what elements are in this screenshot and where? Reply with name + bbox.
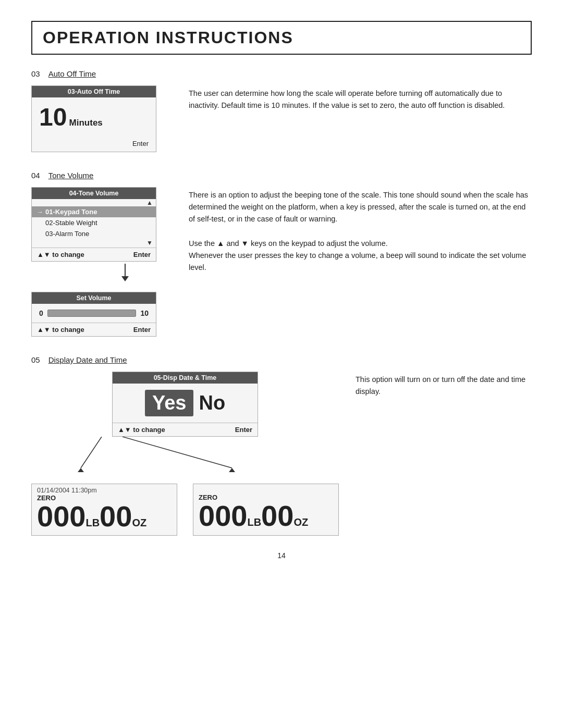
svg-marker-1 (78, 468, 84, 472)
disp-header: 05-Disp Date & Time (113, 372, 258, 384)
scale-yes-lb: LB (85, 517, 100, 528)
menu-arrow-keypad: → (37, 208, 45, 216)
section05-description: This option will turn on or turn off the… (356, 372, 532, 536)
disp-footer: ▲▼ to change Enter (113, 423, 258, 436)
section05-row: 05-Disp Date & Time Yes No ▲▼ to change … (31, 372, 532, 536)
lcd-auto-off-body: 10 Minutes (32, 97, 156, 137)
section05-label: Display Date and Time (48, 355, 127, 364)
section03-num: 03 (31, 69, 40, 78)
section03-label: Auto Off Time (48, 69, 96, 78)
menu-label-alarm: 03-Alarm Tone (45, 230, 89, 238)
disp-updown-label: ▲▼ to change (118, 426, 165, 434)
scale-no-value2: 00 (261, 501, 293, 530)
menu-item-stable-weight: 02-Stable Weight (32, 217, 156, 228)
disp-yes: Yes (145, 390, 194, 416)
section04-vol-description: Use the ▲ and ▼ keys on the keypad to ad… (189, 238, 532, 274)
scale-yes-datetime: 01/14/2004 11:30pm (32, 484, 177, 494)
menu-label-stable: 02-Stable Weight (45, 219, 97, 227)
vol-header: Set Volume (32, 292, 156, 304)
vol-body: 0 10 (32, 304, 156, 323)
vol-bar (47, 310, 137, 317)
section03-description: The user can determine how long the scal… (189, 85, 532, 152)
vol-updown-label: ▲▼ to change (37, 326, 84, 334)
svg-marker-3 (229, 468, 235, 472)
menu-enter-label: Enter (133, 251, 151, 258)
section04-left: 04-Tone Volume ▲ → 01-Keypad Tone 02-Sta… (31, 187, 172, 337)
menu-item-alarm-tone: 03-Alarm Tone (32, 228, 156, 239)
scale-no-datetime (193, 484, 338, 493)
disp-date-time-box: 05-Disp Date & Time Yes No ▲▼ to change … (112, 372, 258, 437)
section04-description: There is an option to adjust the beeping… (189, 189, 532, 226)
page-number: 14 (31, 551, 532, 560)
svg-line-2 (123, 437, 232, 468)
scale-no-value1: 000 (199, 501, 247, 530)
section03-left: 03-Auto Off Time 10 Minutes Enter (31, 85, 172, 152)
connector-arrow (78, 264, 172, 281)
scale-no-lb: LB (247, 517, 261, 527)
menu-tone-volume-header: 04-Tone Volume (32, 188, 156, 199)
lcd-auto-off-unit: Minutes (69, 118, 103, 128)
menu-tone-footer: ▲▼ to change Enter (32, 248, 156, 261)
scale-yes-box: 01/14/2004 11:30pm ZERO 000LB00OZ (31, 484, 177, 536)
vol-enter-label: Enter (133, 326, 151, 334)
scale-no-main: 000LB00OZ (193, 501, 338, 535)
scale-yes-value1: 000 (37, 502, 85, 531)
section05-heading: 05 Display Date and Time (31, 355, 532, 364)
page-title: OPERATION INSTRUCTIONS (43, 28, 520, 47)
section04-label: Tone Volume (48, 171, 94, 180)
scale-yes-value2: 00 (100, 502, 132, 531)
menu-updown-label: ▲▼ to change (37, 251, 84, 258)
disp-no: No (199, 392, 225, 414)
vol-footer: ▲▼ to change Enter (32, 323, 156, 336)
lcd-auto-off-header: 03-Auto Off Time (32, 86, 156, 97)
section04-row: 04-Tone Volume ▲ → 01-Keypad Tone 02-Sta… (31, 187, 532, 337)
branch-lines-area (39, 437, 331, 484)
svg-line-0 (81, 437, 102, 468)
section03-row: 03-Auto Off Time 10 Minutes Enter The us… (31, 85, 532, 152)
page-header: OPERATION INSTRUCTIONS (31, 21, 532, 55)
branch-svg (39, 437, 331, 484)
connector-arrowhead (121, 276, 129, 281)
vol-set-volume: Set Volume 0 10 ▲▼ to change Enter (31, 292, 156, 337)
lcd-auto-off-enter: Enter (32, 137, 156, 152)
connector-line (125, 264, 126, 276)
vol-min: 0 (39, 309, 43, 317)
lcd-auto-off-value: 10 (39, 103, 67, 131)
section04-heading: 04 Tone Volume (31, 171, 532, 180)
scale-displays: 01/14/2004 11:30pm ZERO 000LB00OZ ZERO 0… (31, 484, 339, 536)
section05-left: 05-Disp Date & Time Yes No ▲▼ to change … (31, 372, 339, 536)
section04-num: 04 (31, 171, 40, 180)
menu-label-keypad: 01-Keypad Tone (45, 208, 97, 216)
scale-no-oz: OZ (293, 517, 308, 527)
scale-yes-main: 000LB00OZ (32, 502, 177, 535)
menu-up-indicator: ▲ (32, 199, 156, 206)
section04-right: There is an option to adjust the beeping… (189, 187, 532, 337)
menu-item-keypad-tone: → 01-Keypad Tone (32, 206, 156, 217)
menu-down-indicator: ▼ (32, 239, 156, 248)
scale-yes-oz: OZ (132, 517, 146, 528)
section05-num: 05 (31, 355, 40, 364)
disp-body: Yes No (113, 384, 258, 423)
lcd-auto-off: 03-Auto Off Time 10 Minutes Enter (31, 85, 156, 152)
section03-heading: 03 Auto Off Time (31, 69, 532, 78)
disp-enter-label: Enter (235, 426, 252, 434)
vol-max: 10 (140, 309, 149, 317)
menu-tone-volume: 04-Tone Volume ▲ → 01-Keypad Tone 02-Sta… (31, 187, 156, 262)
scale-no-box: ZERO 000LB00OZ (193, 484, 339, 536)
